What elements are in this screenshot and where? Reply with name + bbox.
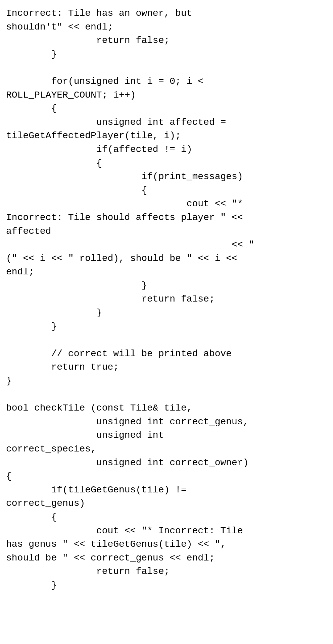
- code-block: Incorrect: Tile has an owner, but should…: [6, 7, 327, 592]
